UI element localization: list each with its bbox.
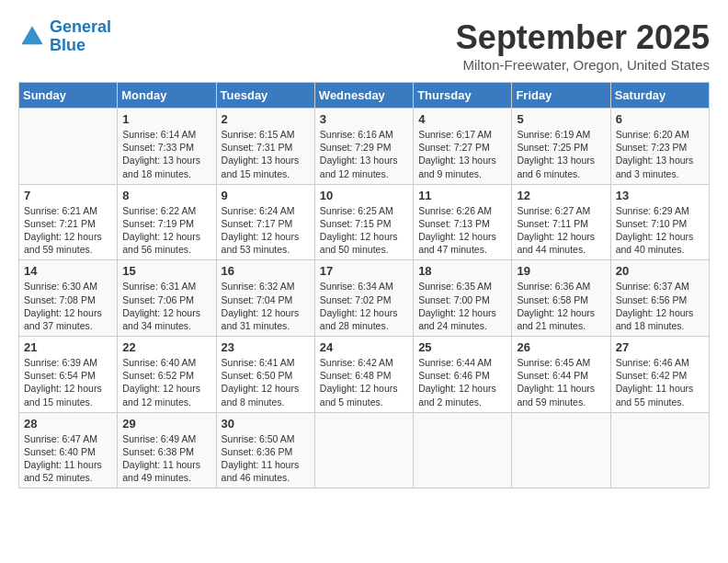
header: General Blue September 2025 Milton-Freew…	[18, 18, 710, 73]
day-number: 22	[122, 340, 210, 354]
day-number: 11	[418, 189, 506, 202]
day-detail: Sunrise: 6:19 AMSunset: 7:25 PMDaylight:…	[517, 128, 605, 180]
day-number: 12	[517, 189, 605, 202]
day-detail: Sunrise: 6:26 AMSunset: 7:13 PMDaylight:…	[418, 204, 506, 257]
day-number: 17	[320, 264, 408, 278]
day-detail: Sunrise: 6:34 AMSunset: 7:02 PMDaylight:…	[320, 280, 408, 332]
day-detail: Sunrise: 6:22 AMSunset: 7:19 PMDaylight:…	[122, 204, 210, 257]
calendar-cell: 9Sunrise: 6:24 AMSunset: 7:17 PMDaylight…	[216, 184, 314, 260]
day-number: 24	[320, 340, 408, 354]
day-number: 13	[616, 189, 704, 202]
calendar-cell: 25Sunrise: 6:44 AMSunset: 6:46 PMDayligh…	[414, 337, 512, 413]
month-title: September 2025	[456, 18, 710, 57]
calendar-cell: 28Sunrise: 6:47 AMSunset: 6:40 PMDayligh…	[19, 412, 118, 488]
logo: General Blue	[18, 18, 111, 55]
day-detail: Sunrise: 6:45 AMSunset: 6:44 PMDaylight:…	[517, 356, 605, 408]
day-detail: Sunrise: 6:14 AMSunset: 7:33 PMDaylight:…	[122, 128, 210, 180]
logo-icon	[18, 23, 46, 51]
day-number: 9	[222, 189, 310, 202]
calendar-cell: 21Sunrise: 6:39 AMSunset: 6:54 PMDayligh…	[19, 337, 118, 413]
logo-blue: Blue	[50, 36, 85, 54]
col-header-monday: Monday	[118, 83, 216, 109]
day-detail: Sunrise: 6:47 AMSunset: 6:40 PMDaylight:…	[24, 432, 112, 485]
col-header-sunday: Sunday	[19, 83, 118, 109]
calendar-cell: 18Sunrise: 6:35 AMSunset: 7:00 PMDayligh…	[414, 260, 512, 337]
calendar-cell: 16Sunrise: 6:32 AMSunset: 7:04 PMDayligh…	[216, 260, 314, 337]
day-number: 21	[24, 340, 112, 354]
calendar-cell: 8Sunrise: 6:22 AMSunset: 7:19 PMDaylight…	[118, 184, 216, 260]
day-number: 3	[320, 112, 408, 126]
calendar-cell: 14Sunrise: 6:30 AMSunset: 7:08 PMDayligh…	[19, 260, 118, 337]
calendar-cell	[610, 412, 709, 488]
col-header-saturday: Saturday	[610, 83, 709, 109]
calendar-cell: 17Sunrise: 6:34 AMSunset: 7:02 PMDayligh…	[314, 260, 413, 337]
day-number: 28	[24, 417, 112, 431]
week-row-5: 28Sunrise: 6:47 AMSunset: 6:40 PMDayligh…	[19, 412, 710, 488]
day-detail: Sunrise: 6:46 AMSunset: 6:42 PMDaylight:…	[616, 356, 704, 408]
day-number: 7	[24, 189, 112, 202]
calendar-cell: 27Sunrise: 6:46 AMSunset: 6:42 PMDayligh…	[610, 337, 709, 413]
day-detail: Sunrise: 6:31 AMSunset: 7:06 PMDaylight:…	[122, 280, 210, 332]
calendar-cell: 26Sunrise: 6:45 AMSunset: 6:44 PMDayligh…	[512, 337, 610, 413]
calendar-cell	[414, 412, 512, 488]
day-detail: Sunrise: 6:50 AMSunset: 6:36 PMDaylight:…	[222, 432, 310, 485]
day-number: 10	[320, 189, 408, 202]
calendar-cell: 30Sunrise: 6:50 AMSunset: 6:36 PMDayligh…	[216, 412, 314, 488]
day-number: 8	[122, 189, 210, 202]
day-number: 18	[418, 264, 506, 278]
calendar-cell	[314, 412, 413, 488]
day-number: 4	[418, 112, 506, 126]
calendar-cell: 6Sunrise: 6:20 AMSunset: 7:23 PMDaylight…	[610, 109, 709, 185]
day-detail: Sunrise: 6:39 AMSunset: 6:54 PMDaylight:…	[24, 356, 112, 408]
day-detail: Sunrise: 6:37 AMSunset: 6:56 PMDaylight:…	[616, 280, 704, 332]
calendar-cell: 10Sunrise: 6:25 AMSunset: 7:15 PMDayligh…	[314, 184, 413, 260]
day-detail: Sunrise: 6:30 AMSunset: 7:08 PMDaylight:…	[24, 280, 112, 332]
location-title: Milton-Freewater, Oregon, United States	[456, 57, 710, 73]
day-detail: Sunrise: 6:15 AMSunset: 7:31 PMDaylight:…	[222, 128, 310, 180]
day-number: 19	[517, 264, 605, 278]
day-detail: Sunrise: 6:24 AMSunset: 7:17 PMDaylight:…	[222, 204, 310, 257]
day-headers: SundayMondayTuesdayWednesdayThursdayFrid…	[19, 83, 710, 109]
col-header-wednesday: Wednesday	[314, 83, 413, 109]
calendar-table: SundayMondayTuesdayWednesdayThursdayFrid…	[18, 82, 710, 488]
day-detail: Sunrise: 6:32 AMSunset: 7:04 PMDaylight:…	[222, 280, 310, 332]
calendar-cell: 13Sunrise: 6:29 AMSunset: 7:10 PMDayligh…	[610, 184, 709, 260]
day-detail: Sunrise: 6:16 AMSunset: 7:29 PMDaylight:…	[320, 128, 408, 180]
calendar-cell	[512, 412, 610, 488]
calendar-cell: 5Sunrise: 6:19 AMSunset: 7:25 PMDaylight…	[512, 109, 610, 185]
day-number: 5	[517, 112, 605, 126]
day-detail: Sunrise: 6:17 AMSunset: 7:27 PMDaylight:…	[418, 128, 506, 180]
day-detail: Sunrise: 6:27 AMSunset: 7:11 PMDaylight:…	[517, 204, 605, 257]
calendar-cell: 3Sunrise: 6:16 AMSunset: 7:29 PMDaylight…	[314, 109, 413, 185]
calendar-cell: 24Sunrise: 6:42 AMSunset: 6:48 PMDayligh…	[314, 337, 413, 413]
day-number: 25	[418, 340, 506, 354]
calendar-cell: 15Sunrise: 6:31 AMSunset: 7:06 PMDayligh…	[118, 260, 216, 337]
calendar-cell: 12Sunrise: 6:27 AMSunset: 7:11 PMDayligh…	[512, 184, 610, 260]
day-detail: Sunrise: 6:20 AMSunset: 7:23 PMDaylight:…	[616, 128, 704, 180]
logo-text: General Blue	[50, 18, 111, 55]
day-number: 2	[222, 112, 310, 126]
day-detail: Sunrise: 6:49 AMSunset: 6:38 PMDaylight:…	[122, 432, 210, 485]
day-number: 27	[616, 340, 704, 354]
calendar-cell: 20Sunrise: 6:37 AMSunset: 6:56 PMDayligh…	[610, 260, 709, 337]
calendar-cell: 2Sunrise: 6:15 AMSunset: 7:31 PMDaylight…	[216, 109, 314, 185]
calendar-cell	[19, 109, 118, 185]
day-number: 20	[616, 264, 704, 278]
calendar-cell: 22Sunrise: 6:40 AMSunset: 6:52 PMDayligh…	[118, 337, 216, 413]
day-detail: Sunrise: 6:21 AMSunset: 7:21 PMDaylight:…	[24, 204, 112, 257]
calendar-cell: 11Sunrise: 6:26 AMSunset: 7:13 PMDayligh…	[414, 184, 512, 260]
calendar-cell: 1Sunrise: 6:14 AMSunset: 7:33 PMDaylight…	[118, 109, 216, 185]
day-number: 23	[222, 340, 310, 354]
day-number: 6	[616, 112, 704, 126]
day-detail: Sunrise: 6:40 AMSunset: 6:52 PMDaylight:…	[122, 356, 210, 408]
calendar-cell: 19Sunrise: 6:36 AMSunset: 6:58 PMDayligh…	[512, 260, 610, 337]
day-number: 16	[222, 264, 310, 278]
day-detail: Sunrise: 6:36 AMSunset: 6:58 PMDaylight:…	[517, 280, 605, 332]
col-header-friday: Friday	[512, 83, 610, 109]
day-number: 30	[222, 417, 310, 431]
calendar-cell: 4Sunrise: 6:17 AMSunset: 7:27 PMDaylight…	[414, 109, 512, 185]
day-number: 15	[122, 264, 210, 278]
day-number: 29	[122, 417, 210, 431]
week-row-1: 1Sunrise: 6:14 AMSunset: 7:33 PMDaylight…	[19, 109, 710, 185]
day-detail: Sunrise: 6:29 AMSunset: 7:10 PMDaylight:…	[616, 204, 704, 257]
